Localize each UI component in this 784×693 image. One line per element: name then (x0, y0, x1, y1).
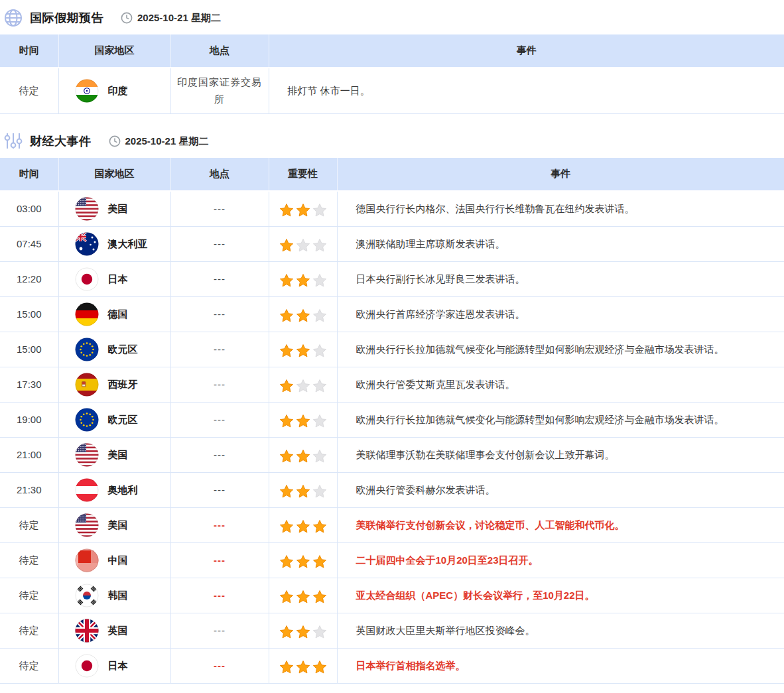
events-section-header: 财经大事件 2025-10-21 星期二 (0, 114, 784, 158)
events-section-title: 财经大事件 (30, 133, 92, 149)
table-row: 07:45澳大利亚---澳洲联储助理主席琼斯发表讲话。 (0, 227, 784, 262)
flag-usa-icon (75, 197, 99, 221)
time-cell: 15:00 (0, 332, 58, 367)
clock-icon (121, 12, 133, 24)
importance-cell (269, 403, 337, 438)
importance-cell (269, 543, 337, 578)
time-cell: 17:30 (0, 367, 58, 403)
flag-south-korea-icon (75, 584, 99, 607)
clock-icon (109, 135, 121, 147)
flag-spain-icon (75, 373, 99, 397)
star-empty-icon (312, 203, 327, 217)
flag-china-icon (75, 548, 99, 572)
importance-cell (269, 649, 337, 684)
star-filled-icon (296, 554, 310, 568)
importance-stars (279, 203, 327, 217)
flag-austria-icon (75, 478, 99, 502)
star-filled-icon (279, 590, 294, 603)
star-filled-icon (312, 660, 327, 674)
events-section: 财经大事件 2025-10-21 星期二 时间国家地区地点重要性事件 03:00… (0, 114, 784, 684)
holiday-table-body: 待定印度印度国家证券交易所排灯节 休市一日。 (0, 68, 784, 114)
importance-cell (269, 473, 337, 508)
star-empty-icon (312, 484, 327, 498)
star-empty-icon (312, 379, 327, 393)
country-cell: 欧元区 (58, 332, 170, 367)
event-cell: 二十届四中全会于10月20日至23日召开。 (337, 543, 784, 578)
column-header: 地点 (170, 158, 269, 191)
star-empty-icon (296, 238, 310, 252)
table-row: 待定日本---日本举行首相指名选举。 (0, 649, 784, 684)
flag-australia-icon (75, 232, 99, 256)
star-filled-icon (279, 203, 294, 217)
event-cell: 美联储理事沃勒在美联储理事会支付创新会议上致开幕词。 (337, 438, 784, 473)
globe-icon (3, 8, 23, 28)
event-cell: 澳洲联储助理主席琼斯发表讲话。 (337, 227, 784, 262)
table-row: 待定印度印度国家证券交易所排灯节 休市一日。 (0, 68, 784, 114)
location-cell: --- (170, 649, 269, 684)
location-cell: --- (170, 403, 269, 438)
flag-uk-icon (75, 619, 99, 643)
country-name: 澳大利亚 (108, 235, 148, 253)
time-cell: 21:00 (0, 438, 58, 473)
time-cell: 12:20 (0, 262, 58, 297)
star-filled-icon (296, 449, 310, 463)
time-cell: 19:00 (0, 403, 58, 438)
star-empty-icon (312, 344, 327, 357)
star-filled-icon (279, 519, 294, 533)
location-cell: --- (170, 543, 269, 578)
holiday-table: 时间国家地区地点事件 待定印度印度国家证券交易所排灯节 休市一日。 (0, 34, 784, 114)
importance-stars (279, 414, 327, 428)
time-cell: 21:30 (0, 473, 58, 508)
importance-cell (269, 367, 337, 403)
event-cell: 亚太经合组织（APEC）财长会议举行，至10月22日。 (337, 578, 784, 613)
event-cell: 欧洲央行管委艾斯克里瓦发表讲话。 (337, 367, 784, 403)
table-row: 03:00美国---德国央行行长内格尔、法国央行行长维勒鲁瓦在纽约发表讲话。 (0, 191, 784, 227)
time-cell: 待定 (0, 508, 58, 543)
importance-cell (269, 578, 337, 613)
holiday-section-title: 国际假期预告 (30, 10, 103, 26)
column-header: 重要性 (269, 158, 337, 191)
location-cell: --- (170, 438, 269, 473)
column-header: 事件 (337, 158, 784, 191)
star-filled-icon (296, 414, 310, 428)
holiday-date: 2025-10-21 星期二 (121, 12, 221, 25)
importance-stars (279, 344, 327, 357)
flag-usa-icon (75, 443, 99, 467)
importance-stars (279, 238, 327, 252)
star-filled-icon (296, 203, 310, 217)
country-cell: 欧元区 (58, 403, 170, 438)
importance-stars (279, 379, 327, 393)
flag-japan-icon (75, 654, 99, 678)
time-cell: 待定 (0, 613, 58, 649)
time-cell: 15:00 (0, 297, 58, 332)
importance-cell (269, 613, 337, 649)
country-name: 英国 (108, 622, 128, 639)
country-name: 日本 (108, 271, 128, 288)
country-cell: 日本 (58, 262, 170, 297)
country-cell: 日本 (58, 649, 170, 684)
star-filled-icon (296, 308, 310, 322)
country-name: 韩国 (108, 587, 128, 604)
location-cell: --- (170, 473, 269, 508)
holiday-section: 国际假期预告 2025-10-21 星期二 时间国家地区地点事件 待定印度印度国… (0, 0, 784, 114)
star-empty-icon (312, 273, 327, 287)
star-filled-icon (296, 273, 310, 287)
location-cell: --- (170, 367, 269, 403)
star-empty-icon (312, 625, 327, 639)
country-name: 印度 (108, 82, 128, 99)
flag-usa-icon (75, 513, 99, 537)
country-cell: 英国 (58, 613, 170, 649)
star-filled-icon (296, 484, 310, 498)
importance-stars (279, 590, 327, 603)
table-row: 待定美国---美联储举行支付创新会议，讨论稳定币、人工智能和代币化。 (0, 508, 784, 543)
star-filled-icon (279, 344, 294, 357)
event-cell: 英国财政大臣里夫斯举行地区投资峰会。 (337, 613, 784, 649)
table-row: 21:30奥地利---欧洲央行管委科赫尔发表讲话。 (0, 473, 784, 508)
star-filled-icon (296, 344, 310, 357)
location-cell: --- (170, 227, 269, 262)
star-filled-icon (312, 519, 327, 533)
country-name: 德国 (108, 306, 128, 323)
country-name: 美国 (108, 200, 128, 218)
column-header: 国家地区 (58, 34, 170, 68)
star-filled-icon (296, 519, 310, 533)
